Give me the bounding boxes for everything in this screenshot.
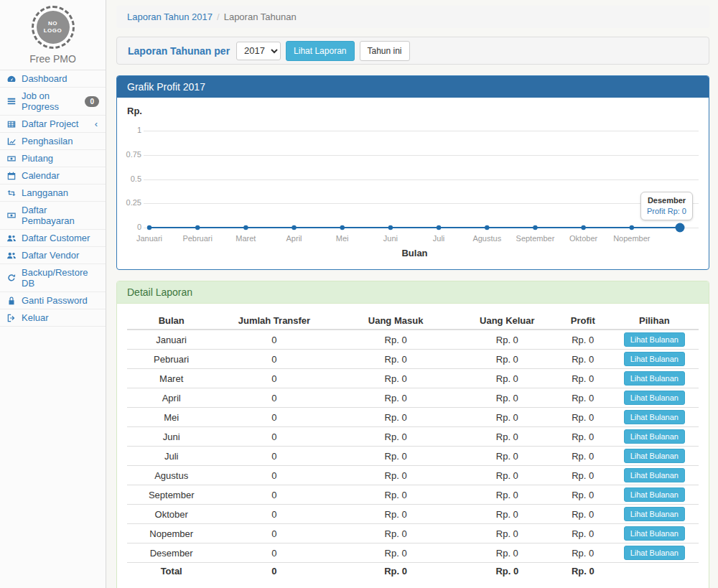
chart-point-april[interactable] <box>292 225 296 230</box>
view-monthly-button-juli[interactable]: Lihat Bulanan <box>624 449 685 463</box>
chart-point-september[interactable] <box>533 225 537 230</box>
value-cell: Rp. 0 <box>556 388 610 408</box>
sidebar-item-penghasilan[interactable]: Penghasilan <box>0 133 106 150</box>
view-monthly-button-desember[interactable]: Lihat Bulanan <box>624 546 685 560</box>
view-report-button[interactable]: Lihat Laporan <box>286 41 354 61</box>
chart-point-pebruari[interactable] <box>195 225 200 230</box>
chart-point-januari[interactable] <box>147 225 151 230</box>
table-row-juli: Juli0Rp. 0Rp. 0Rp. 0Lihat Bulanan <box>127 447 699 466</box>
breadcrumb-link-laporan-tahun[interactable]: Laporan Tahun 2017 <box>127 11 213 22</box>
sidebar-item-dashboard[interactable]: Dashboard <box>0 70 106 88</box>
chart-point-oktober[interactable] <box>581 225 585 230</box>
view-monthly-button-nopember[interactable]: Lihat Bulanan <box>624 526 685 541</box>
sidebar-item-daftar-vendor[interactable]: Daftar Vendor <box>0 247 106 264</box>
chart-line-icon <box>6 136 17 146</box>
sidebar-item-keluar[interactable]: Keluar <box>0 309 106 327</box>
users-icon <box>6 251 17 261</box>
report-table-head: BulanJumlah TransferUang MasukUang Kelua… <box>127 312 699 330</box>
money-icon <box>6 210 17 220</box>
sidebar-item-piutang[interactable]: Piutang <box>0 150 106 167</box>
chevron-left-icon: ‹ <box>95 120 99 129</box>
table-row-desember: Desember0Rp. 0Rp. 0Rp. 0Lihat Bulanan <box>127 543 699 563</box>
action-cell: Lihat Bulanan <box>610 408 699 427</box>
view-monthly-button-oktober[interactable]: Lihat Bulanan <box>624 507 685 521</box>
value-cell: 0 <box>215 388 332 408</box>
sidebar-nav: DashboardJob on Progress0Daftar Project‹… <box>0 70 106 327</box>
profit-line-series <box>117 98 709 269</box>
users-icon <box>6 233 17 243</box>
value-cell: Rp. 0 <box>459 330 556 350</box>
action-cell: Lihat Bulanan <box>610 543 699 563</box>
view-monthly-button-maret[interactable]: Lihat Bulanan <box>624 371 685 386</box>
sidebar-item-label: Daftar Customer <box>22 233 99 243</box>
value-cell: Rp. 0 <box>556 505 610 524</box>
month-cell: Juni <box>127 427 215 447</box>
table-icon <box>6 119 17 129</box>
value-cell: Rp. 0 <box>459 524 556 543</box>
view-monthly-button-januari[interactable]: Lihat Bulanan <box>624 332 685 347</box>
breadcrumb: Laporan Tahun 2017/Laporan Tahunan <box>116 6 709 28</box>
view-monthly-button-juni[interactable]: Lihat Bulanan <box>624 429 685 444</box>
retweet-icon <box>6 188 17 198</box>
sidebar-item-ganti-password[interactable]: Ganti Password <box>0 292 106 309</box>
chart-point-juni[interactable] <box>388 225 393 230</box>
month-cell: September <box>127 485 215 505</box>
chart-point-mei[interactable] <box>340 225 345 230</box>
sidebar-item-label: Keluar <box>22 312 99 323</box>
total-cell: Rp. 0 <box>333 563 459 580</box>
value-cell: Rp. 0 <box>459 543 556 563</box>
chart-point-desember[interactable] <box>676 223 685 233</box>
total-cell: Total <box>127 563 215 580</box>
brand-name: Free PMO <box>0 53 106 65</box>
col-header-uang-keluar: Uang Keluar <box>459 312 556 330</box>
table-total-row: Total0Rp. 0Rp. 0Rp. 0 <box>127 563 699 580</box>
chart-point-juli[interactable] <box>437 225 441 230</box>
chart-tooltip-title: Desember <box>647 196 686 205</box>
chart-point-maret[interactable] <box>243 225 248 230</box>
year-select[interactable]: 2017 <box>236 42 281 60</box>
report-table-body: Januari0Rp. 0Rp. 0Rp. 0Lihat BulananPebr… <box>127 330 699 580</box>
sidebar-item-daftar-customer[interactable]: Daftar Customer <box>0 230 106 247</box>
value-cell: Rp. 0 <box>459 505 556 524</box>
sidebar-item-label: Langganan <box>22 187 99 198</box>
month-cell: Nopember <box>127 524 215 543</box>
table-row-oktober: Oktober0Rp. 0Rp. 0Rp. 0Lihat Bulanan <box>127 505 699 524</box>
view-monthly-button-september[interactable]: Lihat Bulanan <box>624 487 685 502</box>
value-cell: Rp. 0 <box>556 408 610 427</box>
sidebar-item-label: Dashboard <box>22 73 99 84</box>
profit-chart: Rp. Bulan Desember Profit Rp: 0 10.750.5… <box>117 98 709 269</box>
col-header-bulan: Bulan <box>127 312 215 330</box>
view-monthly-button-pebruari[interactable]: Lihat Bulanan <box>624 352 685 366</box>
view-monthly-button-mei[interactable]: Lihat Bulanan <box>624 410 685 424</box>
action-cell: Lihat Bulanan <box>610 505 699 524</box>
sidebar-item-job-on-progress[interactable]: Job on Progress0 <box>0 88 106 116</box>
month-cell: Desember <box>127 543 215 563</box>
filter-label: Laporan Tahunan per <box>128 45 230 57</box>
month-cell: Agustus <box>127 466 215 485</box>
value-cell: Rp. 0 <box>556 350 610 369</box>
value-cell: 0 <box>215 427 332 447</box>
action-cell: Lihat Bulanan <box>610 388 699 408</box>
report-filter-panel: Laporan Tahunan per 2017 Lihat Laporan T… <box>116 37 709 65</box>
value-cell: Rp. 0 <box>333 388 459 408</box>
chart-point-nopember[interactable] <box>630 225 634 230</box>
view-monthly-button-april[interactable]: Lihat Bulanan <box>624 391 685 405</box>
report-table: BulanJumlah TransferUang MasukUang Kelua… <box>127 312 699 580</box>
sidebar-item-label: Daftar Project <box>22 118 90 129</box>
sidebar-item-backup-restore-db[interactable]: Backup/Restore DB <box>0 264 106 292</box>
sidebar-item-label: Penghasilan <box>22 136 99 146</box>
sidebar-item-calendar[interactable]: Calendar <box>0 167 106 185</box>
total-cell: 0 <box>215 563 332 580</box>
this-year-button[interactable]: Tahun ini <box>360 41 410 61</box>
money-icon <box>6 154 17 164</box>
logo-placeholder-text: NO LOGO <box>37 11 70 44</box>
sidebar-item-langganan[interactable]: Langganan <box>0 185 106 202</box>
sidebar-item-daftar-project[interactable]: Daftar Project‹ <box>0 116 106 133</box>
value-cell: 0 <box>215 330 332 350</box>
value-cell: 0 <box>215 543 332 563</box>
table-row-juni: Juni0Rp. 0Rp. 0Rp. 0Lihat Bulanan <box>127 427 699 447</box>
sidebar-item-daftar-pembayaran[interactable]: Daftar Pembayaran <box>0 202 106 230</box>
chart-point-agustus[interactable] <box>485 225 489 230</box>
view-monthly-button-agustus[interactable]: Lihat Bulanan <box>624 468 685 482</box>
detail-report-panel: Detail Laporan BulanJumlah TransferUang … <box>116 281 709 588</box>
